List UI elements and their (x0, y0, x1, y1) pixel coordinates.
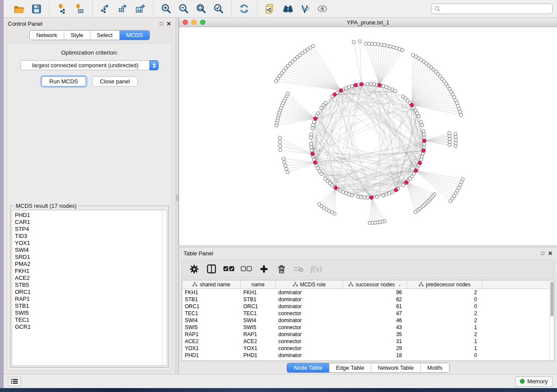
select-all-checks-icon[interactable] (222, 262, 235, 275)
column-header-MCDS-role[interactable]: MCDS role (276, 280, 343, 289)
main-toolbar (3, 0, 557, 18)
network-canvas[interactable] (179, 27, 557, 245)
mcds-result-item[interactable]: STB1 (15, 303, 162, 309)
float-table-panel-icon[interactable]: □ (541, 251, 544, 256)
tab-motifs[interactable]: Motifs (421, 363, 449, 372)
mcds-result-item[interactable]: SWI5 (15, 309, 162, 316)
table-panel: Table Panel □ ✕ f(x) shared namenameMCDS… (179, 248, 557, 374)
export-image-icon[interactable] (133, 2, 148, 16)
settings-gear-icon[interactable] (187, 262, 201, 275)
tab-select[interactable]: Select (90, 31, 120, 40)
mcds-result-item[interactable]: ACE2 (15, 275, 162, 282)
cell-mcds_role: connector (276, 338, 343, 344)
mcds-result-item[interactable]: TEC1 (15, 316, 162, 323)
toolbar-separator (257, 2, 257, 15)
tab-mcds[interactable]: MCDS (120, 31, 149, 40)
table-row[interactable]: STB1STB1dominator620 (182, 296, 549, 303)
mcds-result-item[interactable]: PMA2 (15, 261, 162, 268)
zoom-selected-icon[interactable] (211, 2, 226, 16)
graphics-details-icon[interactable] (298, 2, 312, 16)
mcds-result-item[interactable]: GCR1 (15, 323, 162, 330)
import-table-icon[interactable] (72, 2, 87, 16)
export-network-icon[interactable] (98, 2, 113, 16)
table-row[interactable]: FKH1FKH1dominator962 (182, 289, 549, 296)
column-header-shared-name[interactable]: shared name (182, 280, 241, 289)
table-row[interactable]: SWI4SWI4dominator462 (182, 317, 549, 324)
vertical-splitter[interactable] (176, 18, 179, 374)
search-box[interactable] (431, 3, 553, 14)
close-panel-icon[interactable]: ✕ (166, 21, 171, 27)
mcds-result-item[interactable]: STP4 (15, 226, 162, 233)
network-nodes (274, 40, 464, 225)
deselect-all-boxes-icon[interactable] (240, 262, 253, 275)
network-graph[interactable] (179, 27, 557, 245)
column-header-predecessor-nodes[interactable]: predecessor nodes (407, 280, 482, 289)
table-scrollbar[interactable] (549, 280, 554, 361)
mcds-result-item[interactable]: FKH1 (15, 268, 162, 275)
float-panel-icon[interactable]: □ (160, 21, 163, 26)
mcds-result-item[interactable]: YOX1 (15, 240, 162, 247)
cell-shared_name: SWI5 (182, 324, 241, 330)
table-row[interactable]: TEC1TEC1connector472 (182, 310, 549, 317)
mcds-result-item[interactable]: SWI4 (15, 247, 162, 254)
table-row[interactable]: PHD1PHD1dominator180 (182, 352, 549, 359)
add-column-icon[interactable] (257, 262, 270, 275)
table-scrollbar-thumb[interactable] (550, 282, 554, 316)
mcds-result-item[interactable]: TID3 (15, 233, 162, 240)
export-table-icon[interactable] (115, 2, 130, 16)
tab-node-table[interactable]: Node Table (287, 363, 329, 372)
network-window-titlebar[interactable]: YPA_prune.txt_1 (179, 18, 557, 27)
mcds-result-scrollbar[interactable] (162, 210, 167, 365)
mcds-result-item[interactable]: CAR1 (15, 219, 162, 226)
show-panels-button[interactable] (8, 377, 21, 386)
column-header-name[interactable]: name (241, 280, 276, 289)
column-header-successor-nodes[interactable]: successor nodes⌄ (343, 280, 407, 289)
cell-predecessor_nodes: 2 (407, 317, 482, 323)
tab-network-table[interactable]: Network Table (371, 363, 421, 372)
import-network-icon[interactable] (55, 2, 69, 16)
mcds-result-item[interactable]: STB5 (15, 282, 162, 289)
mcds-result-list[interactable]: PHD1CAR1STP4TID3YOX1SWI4SRD1PMA2FKH1ACE2… (12, 210, 162, 365)
table-row[interactable]: ACE2ACE2connector311 (182, 338, 549, 345)
tab-style[interactable]: Style (64, 31, 90, 40)
close-panel-button[interactable]: Close panel (92, 76, 138, 86)
table-row[interactable]: RAP1RAP1dominator352 (182, 331, 549, 338)
table-row[interactable]: YOX1YOX1connector291 (182, 345, 549, 352)
mcds-tab-content: Optimization criterion: largest connecte… (7, 43, 172, 371)
refresh-icon[interactable] (237, 2, 252, 16)
delete-table-icon (292, 262, 305, 275)
optimization-criterion-select[interactable]: largest connected component (undirected) (21, 60, 159, 70)
zoom-in-icon[interactable] (159, 2, 173, 16)
cell-predecessor_nodes: 1 (407, 324, 482, 330)
control-panel-title: Control Panel (8, 21, 42, 27)
column-label: predecessor nodes (426, 282, 471, 288)
memory-button[interactable]: Memory (515, 376, 553, 387)
table-row[interactable]: ORC1ORC1dominator610 (182, 303, 549, 310)
hierarchy-icon (348, 282, 353, 287)
mcds-result-item[interactable]: RAP1 (15, 296, 162, 303)
open-file-icon[interactable] (11, 2, 26, 16)
tab-network[interactable]: Network (30, 31, 64, 40)
split-columns-icon[interactable] (205, 262, 218, 275)
delete-column-icon[interactable] (275, 262, 288, 275)
birds-eye-view-icon[interactable] (315, 2, 330, 16)
mcds-result-item[interactable]: SRD1 (15, 254, 162, 261)
save-session-icon[interactable] (29, 2, 44, 16)
table-toolbar: f(x) (182, 260, 554, 278)
close-table-panel-icon[interactable]: ✕ (548, 251, 553, 256)
cell-successor_nodes: 47 (343, 310, 407, 316)
mcds-result-item[interactable]: ORC1 (15, 289, 162, 296)
mcds-result-item[interactable]: PHD1 (15, 212, 162, 219)
search-input[interactable] (440, 6, 550, 12)
zoom-out-icon[interactable] (176, 2, 191, 16)
splitter-grip[interactable] (176, 195, 178, 201)
tab-edge-table[interactable]: Edge Table (329, 363, 371, 372)
zoom-fit-icon[interactable] (194, 2, 208, 16)
new-network-from-selection-icon[interactable] (263, 2, 277, 16)
cell-shared_name: ACE2 (182, 338, 241, 344)
table-row[interactable]: SWI5SWI5connector431 (182, 324, 549, 331)
memory-status-icon (520, 379, 525, 384)
run-mcds-button[interactable]: Run MCDS (42, 76, 86, 86)
cell-name: SWI5 (241, 324, 276, 330)
search-binoculars-icon[interactable] (280, 2, 295, 16)
